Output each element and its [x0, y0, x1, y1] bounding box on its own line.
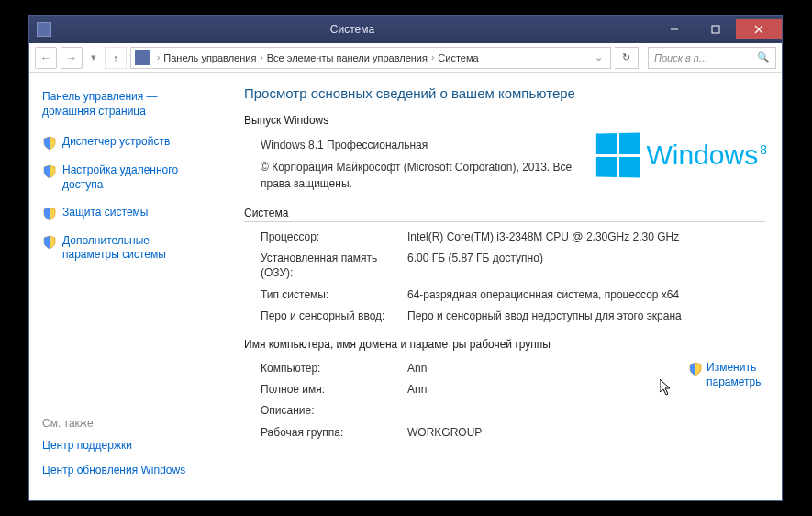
spec-row-pen-touch: Перо и сенсорный ввод: Перо и сенсорный …: [261, 308, 765, 323]
change-settings-label: Изменить параметры: [706, 361, 765, 389]
sidebar-item-device-manager[interactable]: Диспетчер устройств: [42, 135, 209, 151]
spec-value: WORKGROUP: [407, 425, 677, 440]
spec-row-system-type: Тип системы: 64-разрядная операционная с…: [261, 287, 765, 302]
windows-logo-text: Windows8: [647, 141, 766, 169]
titlebar: Система: [29, 16, 782, 43]
spec-label: Полное имя:: [261, 382, 407, 397]
spec-row-workgroup: Рабочая группа: WORKGROUP: [261, 425, 677, 440]
window-title: Система: [51, 23, 653, 36]
section-computer-name: Имя компьютера, имя домена и параметры р…: [244, 338, 765, 353]
shield-icon: [42, 136, 57, 151]
maximize-button[interactable]: [695, 19, 736, 39]
windows-logo-icon: [595, 132, 639, 177]
change-settings-link[interactable]: Изменить параметры: [688, 361, 765, 446]
svg-rect-1: [712, 26, 719, 33]
spec-row-ram: Установленная память (ОЗУ): 6.00 ГБ (5.8…: [261, 251, 765, 280]
sidebar: Панель управления — домашняя страница Ди…: [29, 73, 222, 500]
spec-value: Ann: [407, 382, 677, 397]
page-title: Просмотр основных сведений о вашем компь…: [244, 85, 765, 101]
breadcrumb-icon: [135, 50, 150, 65]
search-placeholder: Поиск в п...: [654, 52, 707, 63]
nav-history-dropdown[interactable]: ▾: [86, 51, 101, 63]
shield-icon: [688, 362, 703, 376]
sidebar-item-label: Диспетчер устройств: [62, 135, 170, 150]
sidebar-item-remote-settings[interactable]: Настройка удаленного доступа: [42, 163, 209, 192]
spec-value: [407, 403, 677, 418]
section-system: Система: [244, 207, 765, 222]
spec-label: Компьютер:: [261, 361, 407, 376]
spec-row-processor: Процессор: Intel(R) Core(TM) i3-2348M CP…: [261, 230, 765, 244]
spec-label: Рабочая группа:: [261, 425, 407, 440]
see-also-item-label: Центр обновления Windows: [42, 464, 185, 478]
chevron-right-icon: ›: [431, 52, 434, 62]
see-also-windows-update[interactable]: Центр обновления Windows: [42, 464, 209, 478]
spec-row-description: Описание:: [261, 403, 677, 418]
sidebar-item-label: Настройка удаленного доступа: [62, 163, 209, 192]
search-icon: 🔍: [757, 51, 770, 63]
spec-value: Intel(R) Core(TM) i3-2348M CPU @ 2.30GHz…: [407, 230, 765, 244]
shield-icon: [42, 164, 57, 179]
search-input[interactable]: Поиск в п... 🔍: [648, 47, 776, 69]
windows-edition-name: Windows 8.1 Профессиональная: [261, 137, 584, 153]
chevron-right-icon: ›: [260, 52, 262, 62]
chevron-right-icon: ›: [157, 52, 160, 62]
minimize-button[interactable]: [653, 19, 695, 39]
spec-label: Тип системы:: [261, 287, 407, 302]
spec-label: Процессор:: [261, 230, 407, 244]
windows-copyright: © Корпорация Майкрософт (Microsoft Corpo…: [261, 159, 584, 192]
control-panel-home-link[interactable]: Панель управления — домашняя страница: [42, 89, 209, 118]
breadcrumb-item[interactable]: Панель управления: [163, 52, 256, 63]
spec-value: 6.00 ГБ (5.87 ГБ доступно): [407, 251, 765, 280]
breadcrumb-dropdown[interactable]: ⌄: [591, 51, 606, 63]
windows-logo: Windows8: [595, 133, 766, 177]
spec-label: Перо и сенсорный ввод:: [261, 308, 407, 323]
sidebar-item-label: Защита системы: [62, 206, 148, 220]
spec-label: Установленная память (ОЗУ):: [261, 251, 407, 280]
see-also-item-label: Центр поддержки: [42, 439, 132, 454]
shield-icon: [42, 207, 57, 221]
spec-row-full-name: Полное имя: Ann: [261, 382, 677, 397]
breadcrumb-item[interactable]: Все элементы панели управления: [267, 52, 428, 63]
refresh-button[interactable]: ↻: [615, 47, 639, 69]
spec-value: Ann: [407, 361, 677, 376]
close-button[interactable]: [736, 19, 782, 39]
spec-label: Описание:: [261, 403, 407, 418]
sidebar-item-label: Дополнительные параметры системы: [62, 234, 209, 263]
breadcrumb[interactable]: › Панель управления › Все элементы панел…: [130, 47, 611, 69]
spec-value: Перо и сенсорный ввод недоступны для это…: [407, 308, 765, 323]
nav-up-button[interactable]: ↑: [105, 47, 127, 69]
section-windows-edition: Выпуск Windows: [244, 114, 765, 129]
see-also-action-center[interactable]: Центр поддержки: [42, 439, 209, 454]
shield-icon: [42, 235, 57, 250]
sidebar-item-system-protection[interactable]: Защита системы: [42, 206, 209, 221]
nav-back-button[interactable]: ←: [35, 47, 57, 69]
breadcrumb-item[interactable]: Система: [438, 52, 478, 63]
spec-row-computer: Компьютер: Ann: [261, 361, 677, 376]
spec-value: 64-разрядная операционная система, проце…: [407, 287, 765, 302]
navbar: ← → ▾ ↑ › Панель управления › Все элемен…: [29, 43, 782, 73]
app-icon: [37, 22, 51, 37]
sidebar-item-advanced-settings[interactable]: Дополнительные параметры системы: [42, 234, 209, 263]
system-window: Система ← → ▾ ↑ › Панель управления › Вс…: [28, 15, 783, 501]
see-also-label: См. также: [42, 417, 209, 430]
main-panel: Просмотр основных сведений о вашем компь…: [222, 73, 782, 500]
nav-forward-button[interactable]: →: [61, 47, 83, 69]
